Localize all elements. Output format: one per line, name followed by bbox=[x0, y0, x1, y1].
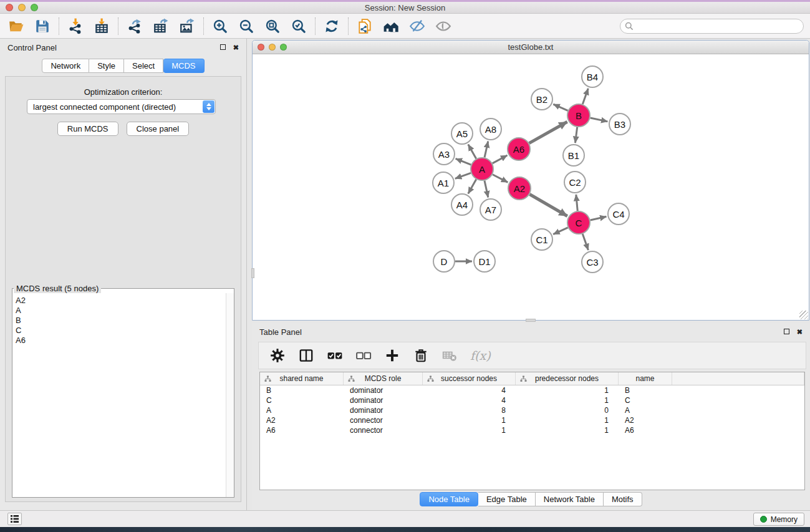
graph-edge-A6-B[interactable] bbox=[529, 122, 567, 143]
mcds-result-item[interactable]: B bbox=[16, 316, 222, 326]
tab-edge-table[interactable]: Edge Table bbox=[478, 492, 536, 506]
tab-network-table[interactable]: Network Table bbox=[536, 492, 604, 506]
mcds-result-item[interactable]: C bbox=[16, 326, 222, 336]
table-cell[interactable]: 4 bbox=[423, 385, 516, 395]
task-history-button[interactable] bbox=[7, 513, 22, 525]
zoom-fit-icon[interactable] bbox=[264, 18, 281, 34]
mcds-result-item[interactable]: A6 bbox=[16, 336, 222, 346]
result-scrollbar[interactable] bbox=[226, 293, 234, 497]
export-image-icon[interactable] bbox=[179, 18, 195, 34]
zoom-selected-icon[interactable] bbox=[291, 18, 307, 34]
table-cell[interactable]: B bbox=[619, 385, 672, 395]
show-all-eye-icon[interactable] bbox=[435, 18, 451, 34]
table-cell[interactable]: dominator bbox=[344, 405, 423, 415]
horizontal-splitter-grip[interactable] bbox=[526, 319, 536, 322]
table-cell[interactable]: connector bbox=[344, 425, 423, 435]
table-cell[interactable]: 1 bbox=[423, 415, 516, 425]
add-column-icon[interactable] bbox=[384, 347, 400, 364]
run-mcds-button[interactable]: Run MCDS bbox=[57, 122, 118, 136]
graph-edge-C-C4[interactable] bbox=[591, 216, 607, 220]
table-options-gear-icon[interactable] bbox=[269, 347, 286, 364]
graph-edge-A-A7[interactable] bbox=[485, 181, 488, 198]
table-row[interactable]: A2connector11A2 bbox=[260, 415, 804, 425]
mcds-result-item[interactable]: A2 bbox=[16, 296, 222, 306]
tab-network[interactable]: Network bbox=[42, 59, 89, 73]
graph-edge-B-B4[interactable] bbox=[582, 89, 588, 104]
table-cell[interactable]: A6 bbox=[260, 425, 344, 435]
table-cell[interactable]: B bbox=[260, 385, 344, 395]
graph-edge-A-A8[interactable] bbox=[485, 142, 488, 158]
float-table-panel-icon[interactable] bbox=[784, 329, 789, 336]
home-view-icon[interactable] bbox=[383, 18, 399, 34]
mcds-result-item[interactable]: A bbox=[16, 306, 222, 316]
table-cell[interactable]: 1 bbox=[423, 425, 516, 435]
zoom-out-icon[interactable] bbox=[238, 18, 254, 34]
table-cell[interactable]: A6 bbox=[619, 425, 672, 435]
table-cell[interactable]: 4 bbox=[423, 395, 516, 405]
column-header-successor-nodes[interactable]: successor nodes bbox=[423, 372, 516, 385]
table-cell[interactable]: 1 bbox=[516, 415, 619, 425]
table-cell[interactable]: A bbox=[619, 405, 672, 415]
tab-motifs[interactable]: Motifs bbox=[604, 492, 642, 506]
graph-edge-C-C1[interactable] bbox=[553, 228, 568, 235]
table-cell[interactable]: A bbox=[260, 405, 344, 415]
graph-edge-A2-C[interactable] bbox=[529, 195, 567, 216]
tab-node-table[interactable]: Node Table bbox=[420, 492, 478, 506]
table-cell[interactable]: C bbox=[619, 395, 672, 405]
table-cell[interactable]: connector bbox=[344, 415, 423, 425]
column-header-MCDS-role[interactable]: MCDS role bbox=[344, 372, 423, 385]
import-table-icon[interactable] bbox=[94, 18, 110, 34]
window-resize-grip[interactable] bbox=[799, 311, 808, 319]
column-header-predecessor-nodes[interactable]: predecessor nodes bbox=[516, 372, 619, 385]
table-cell[interactable]: dominator bbox=[344, 385, 423, 395]
mcds-result-list[interactable]: A2ABCA6 bbox=[12, 294, 225, 497]
tab-mcds[interactable]: MCDS bbox=[163, 59, 204, 73]
search-input[interactable] bbox=[634, 22, 803, 31]
table-cell[interactable]: 1 bbox=[516, 385, 619, 395]
graph-edge-C-C2[interactable] bbox=[576, 195, 577, 211]
graph-edge-B-B2[interactable] bbox=[553, 104, 567, 110]
function-builder-icon-disabled[interactable]: f(x) bbox=[470, 349, 491, 362]
export-table-icon[interactable] bbox=[153, 18, 169, 34]
show-columns-icon[interactable] bbox=[298, 347, 314, 364]
table-cell[interactable]: 0 bbox=[516, 405, 619, 415]
table-row[interactable]: Adominator80A bbox=[260, 405, 804, 415]
network-canvas[interactable]: B4B2BB3A5A8A6A3B1AA1C2A2A4A7C4CC1C3DD1 bbox=[253, 54, 809, 320]
network-graph[interactable]: B4B2BB3A5A8A6A3B1AA1C2A2A4A7C4CC1C3DD1 bbox=[253, 54, 809, 319]
graph-edge-A-A6[interactable] bbox=[493, 155, 508, 163]
export-network-icon[interactable] bbox=[127, 18, 143, 34]
table-cell[interactable]: A2 bbox=[619, 415, 672, 425]
memory-button[interactable]: Memory bbox=[753, 513, 804, 526]
tab-select[interactable]: Select bbox=[124, 59, 163, 73]
column-header-name[interactable]: name bbox=[619, 372, 672, 385]
hide-selected-eye-icon[interactable] bbox=[409, 18, 425, 34]
table-cell[interactable]: C bbox=[260, 395, 344, 405]
open-session-icon[interactable] bbox=[8, 18, 24, 34]
close-panel-button[interactable]: Close panel bbox=[127, 122, 190, 136]
deselect-all-checks-icon[interactable] bbox=[355, 347, 372, 364]
table-row[interactable]: Cdominator41C bbox=[260, 395, 804, 405]
graph-edge-B-B3[interactable] bbox=[591, 118, 608, 122]
delete-column-trash-icon[interactable] bbox=[413, 347, 429, 364]
graph-edge-A-A5[interactable] bbox=[468, 144, 476, 158]
select-all-checks-icon[interactable] bbox=[327, 347, 343, 364]
float-panel-icon[interactable] bbox=[220, 44, 226, 51]
graph-edge-C-C3[interactable] bbox=[582, 234, 588, 250]
graph-edge-B-B1[interactable] bbox=[575, 127, 577, 143]
delete-table-icon-disabled[interactable] bbox=[441, 347, 458, 364]
close-table-panel-icon[interactable]: ✖ bbox=[797, 329, 803, 336]
refresh-layout-icon[interactable] bbox=[324, 18, 340, 34]
vertical-splitter-grip[interactable] bbox=[251, 268, 254, 278]
table-cell[interactable]: dominator bbox=[344, 395, 423, 405]
close-panel-icon[interactable]: ✖ bbox=[233, 44, 239, 51]
table-row[interactable]: A6connector11A6 bbox=[260, 425, 804, 435]
column-header-shared-name[interactable]: shared name bbox=[260, 372, 344, 385]
graph-edge-A-A1[interactable] bbox=[455, 173, 471, 178]
zoom-in-icon[interactable] bbox=[212, 18, 228, 34]
graph-edge-A-A4[interactable] bbox=[468, 180, 476, 194]
tab-style[interactable]: Style bbox=[89, 59, 124, 73]
table-cell[interactable]: 1 bbox=[516, 395, 619, 405]
save-session-icon[interactable] bbox=[34, 18, 51, 34]
import-network-icon[interactable] bbox=[67, 18, 84, 34]
network-window-titlebar[interactable]: testGlobe.txt bbox=[253, 41, 809, 54]
